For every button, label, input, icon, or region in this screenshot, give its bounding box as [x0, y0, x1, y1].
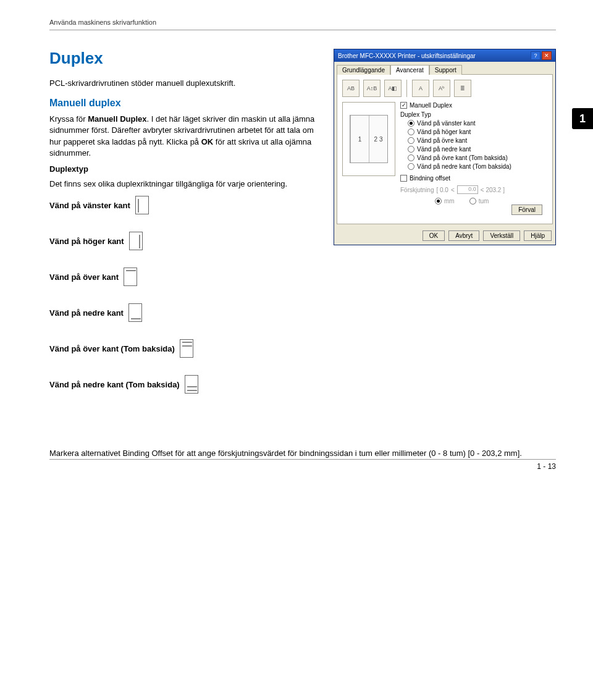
- cancel-button[interactable]: Avbryt: [448, 230, 479, 241]
- ok-button[interactable]: OK: [423, 230, 445, 241]
- radio-flip-left[interactable]: Vänd på vänster kant: [408, 120, 547, 127]
- duplex-bottom-blank-icon: [185, 375, 198, 394]
- option-label: Vänd på nedre kant (Tom baksida): [49, 380, 180, 389]
- binding-offset-paragraph: Markera alternativet Binding Offset för …: [49, 448, 556, 459]
- duplex-options-pane: Manuell Duplex Duplex Typ Vänd på vänste…: [400, 102, 547, 205]
- dialog-button-row: OK Avbryt Verkställ Hjälp: [334, 227, 555, 245]
- radio-icon[interactable]: [408, 120, 414, 127]
- radio-flip-bottom-blank[interactable]: Vänd på nedre kant (Tom baksida): [408, 163, 547, 170]
- radio-icon[interactable]: [408, 154, 414, 161]
- checkbox-icon[interactable]: [400, 102, 407, 109]
- radio-icon[interactable]: [435, 198, 442, 205]
- default-button[interactable]: Förval: [511, 205, 542, 215]
- tab-basic[interactable]: Grundläggande: [337, 65, 390, 75]
- strip-separator: [406, 80, 407, 97]
- preview-page: 1: [350, 116, 369, 162]
- radio-flip-right[interactable]: Vänd på höger kant: [408, 129, 547, 135]
- titlebar-help-button[interactable]: ?: [531, 51, 540, 60]
- option-label: Vänd på nedre kant: [49, 308, 124, 318]
- print-settings-dialog: Brother MFC-XXXXX Printer - utskriftsins…: [334, 49, 556, 245]
- option-flip-top: Vänd på över kant: [49, 268, 321, 286]
- strip-icon[interactable]: A◧: [384, 80, 402, 97]
- option-label: Vänd på över kant (Tom baksida): [49, 344, 175, 353]
- offset-value-field[interactable]: 0.0: [457, 185, 478, 194]
- duplextyp-text: Det finns sex olika duplexriktningar til…: [49, 179, 321, 190]
- unit-radio-row: mm tum: [400, 198, 547, 205]
- strip-icon[interactable]: Aᵇ: [433, 80, 450, 97]
- radio-label: Vänd på nedre kant: [417, 146, 471, 153]
- text-column: Duplex PCL-skrivardrivrutinen stöder man…: [49, 49, 321, 411]
- chapter-tab: 1: [572, 108, 593, 129]
- duplex-top-icon: [124, 268, 137, 286]
- radio-icon[interactable]: [469, 198, 476, 205]
- page-number: 1 - 13: [49, 459, 556, 471]
- tab-advanced[interactable]: Avancerat: [390, 65, 429, 75]
- manual-duplex-paragraph: Kryssa för Manuell Duplex. I det här läg…: [49, 114, 321, 159]
- manual-duplex-checkbox-label: Manuell Duplex: [410, 102, 452, 109]
- page-title: Duplex: [49, 49, 321, 68]
- intro-text: PCL-skrivardrivrutinen stöder manuell du…: [49, 78, 321, 89]
- offset-range-max: < 203.2 ]: [481, 187, 505, 193]
- dialog-title: Brother MFC-XXXXX Printer - utskriftsins…: [338, 53, 476, 59]
- radio-flip-bottom[interactable]: Vänd på nedre kant: [408, 146, 547, 153]
- radio-label: Vänd på nedre kant (Tom baksida): [417, 163, 511, 170]
- manual-duplex-heading: Manuell duplex: [49, 98, 321, 109]
- help-button[interactable]: Hjälp: [524, 230, 552, 241]
- tab-body-advanced: AB A↕B A◧ A Aᵇ ≣ 1 2 3: [337, 74, 553, 224]
- option-label: Vänd på vänster kant: [49, 201, 130, 210]
- duplex-options-list: Vänd på vänster kant Vänd på höger kant …: [49, 196, 321, 394]
- tab-support[interactable]: Support: [429, 65, 462, 75]
- option-flip-right: Vänd på höger kant: [49, 232, 321, 250]
- strip-icon[interactable]: A: [412, 80, 429, 97]
- radio-flip-top-blank[interactable]: Vänd på övre kant (Tom baksida): [408, 154, 547, 161]
- toolbar-icon-strip: AB A↕B A◧ A Aᵇ ≣: [342, 80, 547, 97]
- binding-offset-controls: Förskjutning [ 0.0 < 0.0 < 203.2 ]: [400, 185, 547, 194]
- radio-icon[interactable]: [408, 137, 414, 144]
- radio-label: Vänd på vänster kant: [417, 120, 476, 127]
- unit-tum-label: tum: [479, 198, 489, 205]
- option-flip-bottom-blank: Vänd på nedre kant (Tom baksida): [49, 375, 321, 394]
- radio-label: Vänd på övre kant (Tom baksida): [417, 154, 508, 161]
- binding-offset-checkbox-row[interactable]: Bindning offset: [400, 175, 547, 182]
- radio-icon[interactable]: [408, 129, 414, 135]
- duplex-bottom-icon: [128, 303, 142, 322]
- apply-button[interactable]: Verkställ: [483, 230, 520, 241]
- checkbox-icon[interactable]: [400, 175, 407, 182]
- duplex-right-icon: [129, 232, 143, 250]
- unit-mm-label: mm: [444, 198, 455, 205]
- option-flip-left: Vänd på vänster kant: [49, 196, 321, 214]
- option-label: Vänd på höger kant: [49, 237, 124, 246]
- duplex-left-icon: [135, 196, 149, 214]
- strip-icon[interactable]: AB: [342, 80, 360, 97]
- strip-icon[interactable]: A↕B: [363, 80, 381, 97]
- preview-book-icon: 1 2 3: [350, 115, 388, 163]
- radio-flip-top[interactable]: Vänd på övre kant: [408, 137, 547, 144]
- radio-icon[interactable]: [408, 146, 414, 153]
- option-label: Vänd på över kant: [49, 272, 119, 282]
- offset-label: Förskjutning: [400, 187, 434, 193]
- duplex-top-blank-icon: [180, 339, 193, 358]
- offset-range-min: [ 0.0: [436, 187, 448, 193]
- dialog-titlebar[interactable]: Brother MFC-XXXXX Printer - utskriftsins…: [334, 49, 555, 62]
- radio-label: Vänd på övre kant: [417, 137, 467, 144]
- duplex-type-group-label: Duplex Typ: [400, 111, 547, 118]
- page-header: Använda maskinens skrivarfunktion: [49, 19, 556, 30]
- option-flip-bottom: Vänd på nedre kant: [49, 303, 321, 322]
- dialog-tabs: Grundläggande Avancerat Support: [334, 62, 555, 74]
- option-flip-top-blank: Vänd på över kant (Tom baksida): [49, 339, 321, 358]
- strip-icon[interactable]: ≣: [454, 80, 471, 97]
- duplextyp-heading: Duplextyp: [49, 164, 321, 175]
- radio-icon[interactable]: [408, 163, 414, 170]
- preview-page: 2 3: [369, 116, 387, 162]
- duplex-preview-pane: 1 2 3: [342, 102, 395, 176]
- radio-label: Vänd på höger kant: [417, 129, 471, 135]
- titlebar-close-button[interactable]: ✕: [542, 51, 552, 60]
- manual-duplex-checkbox-row[interactable]: Manuell Duplex: [400, 102, 547, 109]
- binding-offset-label: Bindning offset: [410, 175, 450, 182]
